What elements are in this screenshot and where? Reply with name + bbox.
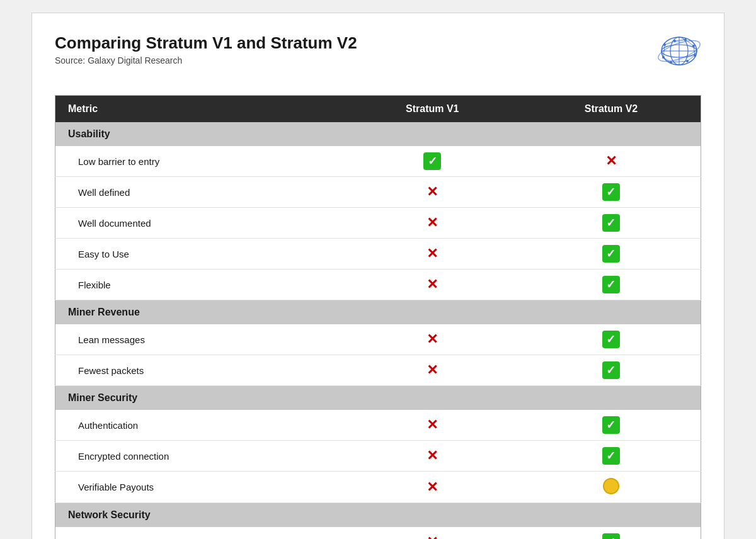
metric-cell: Well documented xyxy=(55,208,343,239)
col-header-metric: Metric xyxy=(55,96,343,123)
cross-icon: ✕ xyxy=(427,533,438,539)
table-row: Easy to Use ✕ ✓ xyxy=(55,239,701,270)
metric-cell: Authentication xyxy=(55,410,343,441)
table-row: Low barrier to entry ✓ ✕ xyxy=(55,146,701,177)
cross-icon: ✕ xyxy=(427,479,438,496)
check-icon: ✓ xyxy=(423,152,441,170)
v1-cell: ✕ xyxy=(343,527,522,539)
table-row: Censorship resistant ✕ ✓ xyxy=(55,527,701,539)
header-area: Comparing Stratum V1 and Stratum V2 Sour… xyxy=(55,33,701,84)
col-header-v1: Stratum V1 xyxy=(343,96,522,123)
cross-icon: ✕ xyxy=(427,361,438,379)
main-title: Comparing Stratum V1 and Stratum V2 xyxy=(55,33,357,53)
cross-icon: ✕ xyxy=(427,214,438,232)
v2-cell: ✓ xyxy=(522,239,701,270)
v2-cell: ✓ xyxy=(522,324,701,355)
v1-cell: ✕ xyxy=(343,324,522,355)
v2-cell: ✓ xyxy=(522,441,701,472)
check-icon: ✓ xyxy=(602,183,620,201)
section-label: Miner Revenue xyxy=(55,300,701,325)
check-icon: ✓ xyxy=(602,361,620,379)
v1-cell: ✓ xyxy=(343,146,522,177)
cross-icon: ✕ xyxy=(427,416,438,434)
v1-cell: ✕ xyxy=(343,355,522,386)
brand-logo-icon xyxy=(638,33,701,84)
check-icon: ✓ xyxy=(602,214,620,232)
metric-cell: Verifiable Payouts xyxy=(55,472,343,503)
metric-cell: Lean messages xyxy=(55,324,343,355)
source-subtitle: Source: Galaxy Digital Research xyxy=(55,55,357,65)
metric-cell: Easy to Use xyxy=(55,239,343,270)
table-row: Fewest packets ✕ ✓ xyxy=(55,355,701,386)
section-label: Network Security xyxy=(55,503,701,528)
v1-cell: ✕ xyxy=(343,177,522,208)
v2-cell: ✓ xyxy=(522,270,701,300)
metric-cell: Low barrier to entry xyxy=(55,146,343,177)
check-icon: ✓ xyxy=(602,331,620,348)
section-row: Network Security xyxy=(55,503,701,528)
logo-area xyxy=(638,33,701,84)
section-label: Miner Security xyxy=(55,386,701,411)
metric-cell: Flexible xyxy=(55,270,343,300)
table-row: Encrypted connection ✕ ✓ xyxy=(55,441,701,472)
section-row: Miner Revenue xyxy=(55,300,701,325)
check-icon: ✓ xyxy=(602,447,620,465)
check-icon: ✓ xyxy=(602,533,620,539)
check-icon: ✓ xyxy=(602,245,620,263)
cross-icon: ✕ xyxy=(427,331,438,348)
v2-cell: ✓ xyxy=(522,527,701,539)
check-icon: ✓ xyxy=(602,276,620,293)
main-card: Comparing Stratum V1 and Stratum V2 Sour… xyxy=(32,13,724,539)
v2-cell: ✕ xyxy=(522,146,701,177)
v2-cell: ✓ xyxy=(522,410,701,441)
v2-cell xyxy=(522,472,701,503)
metric-cell: Fewest packets xyxy=(55,355,343,386)
cross-icon: ✕ xyxy=(605,152,617,170)
v1-cell: ✕ xyxy=(343,410,522,441)
v1-cell: ✕ xyxy=(343,472,522,503)
table-row: Verifiable Payouts ✕ xyxy=(55,472,701,503)
circle-icon xyxy=(603,478,619,494)
col-header-v2: Stratum V2 xyxy=(522,96,701,123)
check-icon: ✓ xyxy=(602,416,620,434)
table-row: Well defined ✕ ✓ xyxy=(55,177,701,208)
cross-icon: ✕ xyxy=(427,276,438,293)
cross-icon: ✕ xyxy=(427,447,438,465)
section-label: Usability xyxy=(55,122,701,146)
cross-icon: ✕ xyxy=(427,183,438,201)
section-row: Miner Security xyxy=(55,386,701,411)
metric-cell: Censorship resistant xyxy=(55,527,343,539)
v2-cell: ✓ xyxy=(522,355,701,386)
section-row: Usability xyxy=(55,122,701,146)
table-row: Flexible ✕ ✓ xyxy=(55,270,701,300)
comparison-table: Metric Stratum V1 Stratum V2 Usability L… xyxy=(55,95,701,539)
cross-icon: ✕ xyxy=(427,245,438,263)
v1-cell: ✕ xyxy=(343,441,522,472)
svg-line-14 xyxy=(675,40,685,41)
v1-cell: ✕ xyxy=(343,270,522,300)
metric-cell: Well defined xyxy=(55,177,343,208)
v1-cell: ✕ xyxy=(343,208,522,239)
table-row: Well documented ✕ ✓ xyxy=(55,208,701,239)
table-row: Authentication ✕ ✓ xyxy=(55,410,701,441)
v2-cell: ✓ xyxy=(522,208,701,239)
v1-cell: ✕ xyxy=(343,239,522,270)
title-block: Comparing Stratum V1 and Stratum V2 Sour… xyxy=(55,33,357,65)
metric-cell: Encrypted connection xyxy=(55,441,343,472)
v2-cell: ✓ xyxy=(522,177,701,208)
table-row: Lean messages ✕ ✓ xyxy=(55,324,701,355)
